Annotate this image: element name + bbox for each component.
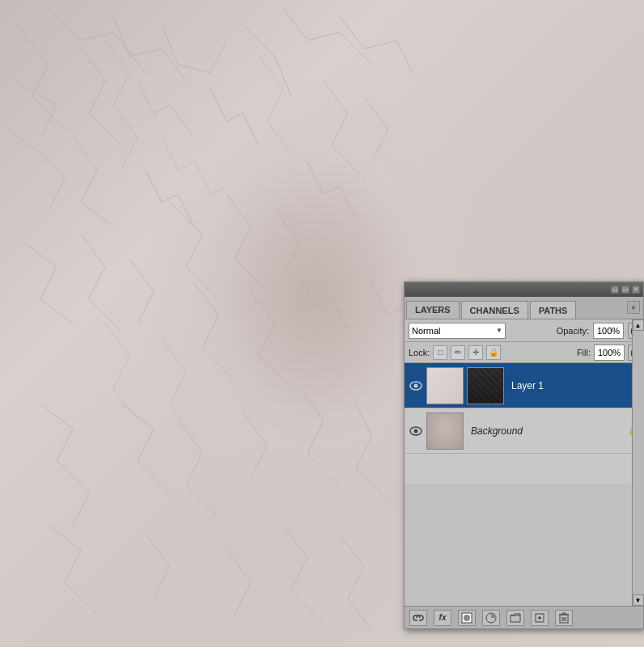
folder-icon: [510, 613, 521, 623]
blend-mode-select[interactable]: Normal ▼: [409, 323, 506, 339]
lock-paint-btn[interactable]: ✏: [451, 345, 465, 360]
layers-list: Layer 1 Background 🔒: [405, 363, 643, 484]
tab-channels[interactable]: CHANNELS: [461, 301, 528, 319]
lock-all-btn[interactable]: 🔒: [486, 345, 501, 360]
lock-label: Lock:: [409, 348, 430, 357]
layers-empty-area: [405, 484, 643, 606]
opacity-label: Opacity:: [557, 326, 589, 336]
opacity-value: 100%: [597, 326, 620, 336]
add-mask-btn[interactable]: [458, 610, 476, 626]
fill-input[interactable]: 100%: [594, 345, 625, 361]
panel-scrollbar: ▲ ▼: [632, 319, 643, 606]
svg-point-1: [414, 383, 418, 387]
fill-label: Fill:: [577, 348, 591, 357]
tab-layers[interactable]: LAYERS: [406, 301, 460, 319]
panel-toolbar: fx: [405, 606, 643, 628]
layers-panel: << >> ✕ LAYERS CHANNELS PATHS ≡ Normal ▼…: [404, 281, 644, 629]
adjustment-icon: [485, 612, 497, 624]
new-layer-icon: [534, 612, 545, 624]
blend-mode-row: Normal ▼ Opacity: 100% ▶: [405, 319, 643, 342]
blend-mode-value: Normal: [412, 326, 440, 336]
panel-titlebar: << >> ✕: [405, 282, 643, 297]
eye-visibility-layer1[interactable]: [409, 378, 423, 393]
eye-visibility-background[interactable]: [409, 424, 423, 438]
layer-item-layer1[interactable]: Layer 1: [405, 363, 643, 408]
lock-row: Lock: □ ✏ ✛ 🔒 Fill: 100% ▶: [405, 342, 643, 363]
new-layer-btn[interactable]: [531, 610, 549, 626]
opacity-input[interactable]: 100%: [593, 323, 624, 339]
link-icon: [413, 613, 424, 623]
layer1-color-thumb: [426, 367, 464, 404]
scroll-down-btn[interactable]: ▼: [633, 594, 644, 606]
layer-item-background[interactable]: Background 🔒: [405, 408, 643, 454]
adjustment-btn[interactable]: [482, 610, 500, 626]
lock-transparency-btn[interactable]: □: [433, 345, 447, 360]
close-panel-btn[interactable]: ✕: [632, 285, 640, 294]
layer1-name: Layer 1: [507, 380, 639, 391]
background-name: Background: [467, 425, 625, 437]
mask-icon: [461, 612, 472, 624]
blend-mode-arrow: ▼: [496, 327, 502, 334]
scroll-up-btn[interactable]: ▲: [633, 319, 644, 331]
collapse-btn[interactable]: <<: [611, 285, 619, 294]
eye-icon-background: [409, 426, 422, 436]
fx-btn[interactable]: fx: [434, 610, 451, 626]
svg-point-5: [464, 615, 470, 621]
new-group-btn[interactable]: [506, 610, 524, 626]
expand-btn[interactable]: >>: [621, 285, 629, 294]
delete-layer-btn[interactable]: [555, 610, 573, 626]
lock-move-btn[interactable]: ✛: [468, 345, 483, 360]
link-layers-btn[interactable]: [409, 610, 427, 626]
panel-menu-btn[interactable]: ≡: [627, 301, 640, 314]
titlebar-controls: << >> ✕: [611, 285, 640, 294]
eye-icon-layer1: [409, 381, 422, 391]
layer1-mask-thumb: [467, 367, 504, 404]
trash-icon: [559, 612, 569, 624]
background-thumb: [426, 412, 464, 450]
scroll-track[interactable]: [633, 331, 644, 594]
fx-label: fx: [439, 613, 447, 622]
tab-paths[interactable]: PATHS: [530, 301, 577, 319]
fill-value: 100%: [598, 348, 621, 357]
tab-bar: LAYERS CHANNELS PATHS ≡: [405, 297, 643, 319]
svg-point-3: [414, 429, 418, 433]
